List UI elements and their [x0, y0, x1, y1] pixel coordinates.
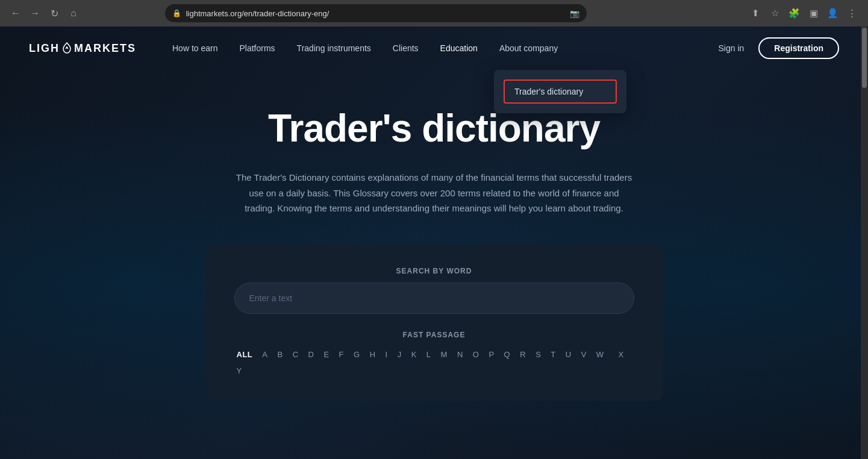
alpha-btn-j[interactable]: J — [395, 349, 404, 360]
logo-icon — [60, 42, 73, 55]
alpha-btn-n[interactable]: N — [455, 349, 466, 360]
alphabet-grid: ALLABCDEFGHIJKLMNOPQRSTUVWXY — [234, 349, 634, 376]
reload-button[interactable]: ↻ — [46, 5, 63, 22]
search-section: SEARCH BY WORD FAST PASSAGE ALLABCDEFGHI… — [205, 245, 663, 401]
screenshot-icon: 📷 — [570, 9, 579, 18]
logo[interactable]: LIGH MARKETS — [29, 42, 136, 55]
home-button[interactable]: ⌂ — [65, 5, 82, 22]
nav-buttons: ← → ↻ ⌂ — [7, 5, 82, 22]
search-by-word-label: SEARCH BY WORD — [234, 267, 634, 275]
nav-about-company[interactable]: About company — [499, 39, 558, 58]
dropdown-traders-dictionary[interactable]: Trader's dictionary — [504, 80, 617, 104]
alpha-btn-v[interactable]: V — [579, 349, 589, 360]
browser-frame: ← → ↻ ⌂ 🔒 lightmarkets.org/en/trader-dic… — [0, 0, 868, 27]
alpha-btn-u[interactable]: U — [563, 349, 574, 360]
dropdown-menu: Trader's dictionary — [494, 70, 626, 113]
extension-button[interactable]: 🧩 — [786, 5, 803, 22]
alpha-btn-o[interactable]: O — [470, 349, 482, 360]
hero-section: Trader's dictionary The Trader's Diction… — [0, 70, 868, 425]
alpha-btn-e[interactable]: E — [321, 349, 331, 360]
alpha-btn-y[interactable]: Y — [234, 365, 245, 376]
browser-toolbar: ← → ↻ ⌂ 🔒 lightmarkets.org/en/trader-dic… — [0, 0, 868, 27]
search-input-wrapper — [234, 283, 634, 314]
address-bar[interactable]: 🔒 lightmarkets.org/en/trader-dictionary-… — [165, 4, 587, 22]
fast-passage-label: FAST PASSAGE — [234, 331, 634, 339]
alpha-btn-r[interactable]: R — [517, 349, 528, 360]
alpha-btn-all[interactable]: ALL — [234, 349, 255, 360]
nav-links: How to earn Platforms Trading instrument… — [172, 39, 719, 58]
alpha-btn-i[interactable]: I — [383, 349, 390, 360]
nav-education[interactable]: Education — [440, 39, 478, 58]
alpha-btn-g[interactable]: G — [351, 349, 363, 360]
nav-auth: Sign in Registration — [719, 37, 840, 59]
alpha-btn-l[interactable]: L — [424, 349, 434, 360]
share-button[interactable]: ⬆ — [748, 5, 764, 22]
alpha-btn-a[interactable]: A — [260, 349, 270, 360]
split-view-button[interactable]: ▣ — [805, 5, 822, 22]
lock-icon: 🔒 — [172, 9, 181, 17]
nav-platforms[interactable]: Platforms — [239, 39, 275, 58]
browser-actions: ⬆ ☆ 🧩 ▣ 👤 ⋮ — [748, 5, 861, 22]
alpha-btn-q[interactable]: Q — [502, 349, 513, 360]
forward-button[interactable]: → — [27, 5, 43, 22]
navbar: LIGH MARKETS How to earn Platforms Tradi… — [0, 27, 868, 70]
alpha-btn-t[interactable]: T — [548, 349, 558, 360]
website-content: LIGH MARKETS How to earn Platforms Tradi… — [0, 27, 868, 459]
alpha-btn-f[interactable]: F — [337, 349, 346, 360]
profile-button[interactable]: 👤 — [825, 5, 841, 22]
url-text: lightmarkets.org/en/trader-dictionary-en… — [186, 9, 565, 18]
hero-title: Trader's dictionary — [12, 106, 856, 151]
alpha-btn-m[interactable]: M — [439, 349, 450, 360]
menu-button[interactable]: ⋮ — [844, 5, 861, 22]
alpha-btn-h[interactable]: H — [367, 349, 378, 360]
hero-description: The Trader's Dictionary contains explana… — [236, 170, 633, 216]
alpha-btn-b[interactable]: B — [275, 349, 285, 360]
register-button[interactable]: Registration — [758, 37, 839, 59]
bookmark-button[interactable]: ☆ — [767, 5, 784, 22]
back-button[interactable]: ← — [7, 5, 24, 22]
alpha-btn-d[interactable]: D — [306, 349, 317, 360]
alpha-btn-p[interactable]: P — [486, 349, 496, 360]
nav-how-to-earn[interactable]: How to earn — [172, 39, 217, 58]
alpha-btn-w[interactable]: W — [594, 349, 607, 360]
sign-in-link[interactable]: Sign in — [719, 43, 745, 53]
nav-clients[interactable]: Clients — [393, 39, 419, 58]
search-input[interactable] — [234, 283, 634, 314]
alpha-btn-c[interactable]: C — [290, 349, 301, 360]
alpha-btn-k[interactable]: K — [409, 349, 419, 360]
alpha-btn-s[interactable]: S — [533, 349, 543, 360]
nav-trading-instruments[interactable]: Trading instruments — [297, 39, 371, 58]
alpha-btn-x[interactable]: X — [616, 349, 626, 360]
